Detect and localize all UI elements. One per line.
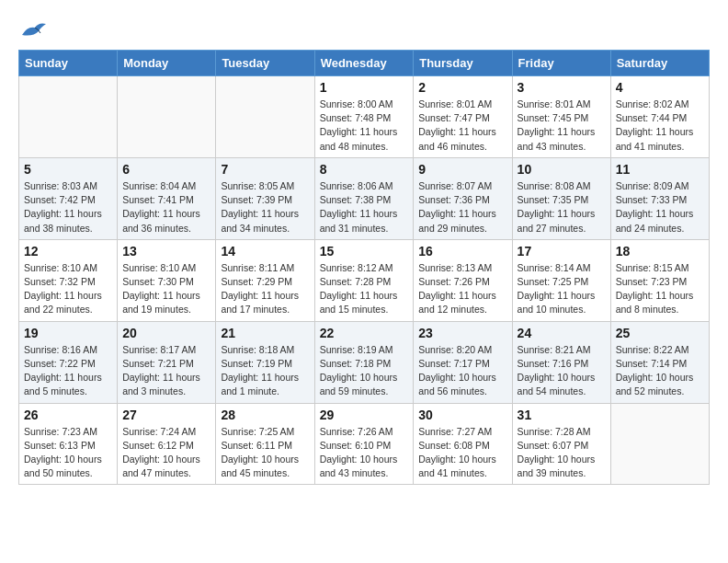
day-number: 21	[221, 326, 309, 340]
calendar-cell: 9Sunrise: 8:07 AM Sunset: 7:36 PM Daylig…	[414, 157, 512, 239]
day-info: Sunrise: 8:09 AM Sunset: 7:33 PM Dayligh…	[616, 179, 704, 236]
day-number: 5	[24, 162, 112, 177]
day-info: Sunrise: 8:03 AM Sunset: 7:42 PM Dayligh…	[24, 179, 112, 236]
calendar-cell: 15Sunrise: 8:12 AM Sunset: 7:28 PM Dayli…	[314, 239, 414, 321]
day-number: 17	[518, 244, 606, 259]
calendar-cell: 18Sunrise: 8:15 AM Sunset: 7:23 PM Dayli…	[610, 239, 709, 321]
day-info: Sunrise: 8:22 AM Sunset: 7:14 PM Dayligh…	[616, 343, 704, 399]
calendar-cell: 13Sunrise: 8:10 AM Sunset: 7:30 PM Dayli…	[118, 239, 216, 321]
logo-bird-icon	[20, 18, 48, 40]
day-info: Sunrise: 7:25 AM Sunset: 6:11 PM Dayligh…	[221, 425, 309, 481]
calendar-cell	[118, 76, 216, 158]
weekday-header-tuesday: Tuesday	[216, 51, 314, 76]
weekday-header-thursday: Thursday	[414, 51, 512, 76]
day-info: Sunrise: 8:18 AM Sunset: 7:19 PM Dayligh…	[221, 343, 309, 399]
calendar-cell: 20Sunrise: 8:17 AM Sunset: 7:21 PM Dayli…	[118, 321, 216, 403]
day-number: 6	[122, 162, 210, 177]
day-number: 25	[616, 326, 704, 340]
day-info: Sunrise: 8:20 AM Sunset: 7:17 PM Dayligh…	[418, 343, 506, 399]
day-info: Sunrise: 8:15 AM Sunset: 7:23 PM Dayligh…	[616, 261, 704, 317]
calendar-cell: 10Sunrise: 8:08 AM Sunset: 7:35 PM Dayli…	[512, 157, 610, 239]
day-info: Sunrise: 8:21 AM Sunset: 7:16 PM Dayligh…	[518, 343, 606, 399]
calendar-cell	[19, 76, 118, 158]
weekday-header-sunday: Sunday	[19, 51, 118, 76]
calendar-cell: 31Sunrise: 7:28 AM Sunset: 6:07 PM Dayli…	[512, 403, 610, 485]
calendar-cell: 25Sunrise: 8:22 AM Sunset: 7:14 PM Dayli…	[610, 321, 709, 403]
weekday-header-wednesday: Wednesday	[314, 51, 414, 76]
day-info: Sunrise: 8:01 AM Sunset: 7:45 PM Dayligh…	[518, 98, 606, 154]
calendar-cell	[610, 403, 709, 485]
calendar-week-row: 26Sunrise: 7:23 AM Sunset: 6:13 PM Dayli…	[19, 403, 710, 485]
day-info: Sunrise: 8:16 AM Sunset: 7:22 PM Dayligh…	[24, 343, 112, 399]
day-number: 29	[320, 408, 409, 422]
calendar-week-row: 1Sunrise: 8:00 AM Sunset: 7:48 PM Daylig…	[19, 76, 710, 158]
day-info: Sunrise: 7:24 AM Sunset: 6:12 PM Dayligh…	[122, 425, 210, 481]
calendar-cell: 22Sunrise: 8:19 AM Sunset: 7:18 PM Dayli…	[314, 321, 414, 403]
day-info: Sunrise: 8:01 AM Sunset: 7:47 PM Dayligh…	[418, 98, 506, 154]
day-number: 4	[616, 80, 704, 95]
weekday-header-monday: Monday	[118, 51, 216, 76]
calendar-cell: 11Sunrise: 8:09 AM Sunset: 7:33 PM Dayli…	[610, 157, 709, 239]
day-number: 31	[518, 408, 606, 422]
day-number: 22	[320, 326, 409, 340]
calendar-cell: 8Sunrise: 8:06 AM Sunset: 7:38 PM Daylig…	[314, 157, 414, 239]
calendar-cell: 3Sunrise: 8:01 AM Sunset: 7:45 PM Daylig…	[512, 76, 610, 158]
day-number: 1	[320, 80, 409, 95]
day-info: Sunrise: 8:07 AM Sunset: 7:36 PM Dayligh…	[418, 179, 506, 236]
calendar-cell: 14Sunrise: 8:11 AM Sunset: 7:29 PM Dayli…	[216, 239, 314, 321]
day-info: Sunrise: 8:17 AM Sunset: 7:21 PM Dayligh…	[122, 343, 210, 399]
calendar-cell: 21Sunrise: 8:18 AM Sunset: 7:19 PM Dayli…	[216, 321, 314, 403]
day-info: Sunrise: 8:05 AM Sunset: 7:39 PM Dayligh…	[221, 179, 309, 236]
calendar-cell: 17Sunrise: 8:14 AM Sunset: 7:25 PM Dayli…	[512, 239, 610, 321]
day-info: Sunrise: 7:26 AM Sunset: 6:10 PM Dayligh…	[320, 425, 409, 481]
day-info: Sunrise: 7:28 AM Sunset: 6:07 PM Dayligh…	[518, 425, 606, 481]
day-number: 20	[122, 326, 210, 340]
calendar-cell: 27Sunrise: 7:24 AM Sunset: 6:12 PM Dayli…	[118, 403, 216, 485]
day-number: 27	[122, 408, 210, 422]
day-info: Sunrise: 8:11 AM Sunset: 7:29 PM Dayligh…	[221, 261, 309, 317]
calendar-header-row: SundayMondayTuesdayWednesdayThursdayFrid…	[19, 51, 710, 76]
calendar-cell: 28Sunrise: 7:25 AM Sunset: 6:11 PM Dayli…	[216, 403, 314, 485]
calendar-cell: 24Sunrise: 8:21 AM Sunset: 7:16 PM Dayli…	[512, 321, 610, 403]
day-number: 11	[616, 162, 704, 177]
calendar-cell: 29Sunrise: 7:26 AM Sunset: 6:10 PM Dayli…	[314, 403, 414, 485]
day-info: Sunrise: 8:00 AM Sunset: 7:48 PM Dayligh…	[320, 98, 409, 154]
day-number: 26	[24, 408, 112, 422]
calendar-cell: 1Sunrise: 8:00 AM Sunset: 7:48 PM Daylig…	[314, 76, 414, 158]
weekday-header-saturday: Saturday	[610, 51, 709, 76]
day-number: 14	[221, 244, 309, 259]
day-number: 24	[518, 326, 606, 340]
calendar-week-row: 5Sunrise: 8:03 AM Sunset: 7:42 PM Daylig…	[19, 157, 710, 239]
day-number: 15	[320, 244, 409, 259]
calendar-table: SundayMondayTuesdayWednesdayThursdayFrid…	[18, 50, 710, 485]
day-number: 7	[221, 162, 309, 177]
calendar-cell: 2Sunrise: 8:01 AM Sunset: 7:47 PM Daylig…	[414, 76, 512, 158]
day-info: Sunrise: 8:14 AM Sunset: 7:25 PM Dayligh…	[518, 261, 606, 317]
calendar-cell: 16Sunrise: 8:13 AM Sunset: 7:26 PM Dayli…	[414, 239, 512, 321]
calendar-cell: 7Sunrise: 8:05 AM Sunset: 7:39 PM Daylig…	[216, 157, 314, 239]
calendar-cell: 23Sunrise: 8:20 AM Sunset: 7:17 PM Dayli…	[414, 321, 512, 403]
day-info: Sunrise: 7:23 AM Sunset: 6:13 PM Dayligh…	[24, 425, 112, 481]
calendar-cell: 26Sunrise: 7:23 AM Sunset: 6:13 PM Dayli…	[19, 403, 118, 485]
calendar-week-row: 12Sunrise: 8:10 AM Sunset: 7:32 PM Dayli…	[19, 239, 710, 321]
calendar-cell: 4Sunrise: 8:02 AM Sunset: 7:44 PM Daylig…	[610, 76, 709, 158]
calendar-cell: 12Sunrise: 8:10 AM Sunset: 7:32 PM Dayli…	[19, 239, 118, 321]
calendar-cell	[216, 76, 314, 158]
logo	[18, 18, 48, 40]
day-number: 9	[418, 162, 506, 177]
page-header	[18, 18, 710, 44]
day-info: Sunrise: 8:13 AM Sunset: 7:26 PM Dayligh…	[418, 261, 506, 317]
day-number: 19	[24, 326, 112, 340]
day-number: 12	[24, 244, 112, 259]
calendar-cell: 6Sunrise: 8:04 AM Sunset: 7:41 PM Daylig…	[118, 157, 216, 239]
day-info: Sunrise: 8:12 AM Sunset: 7:28 PM Dayligh…	[320, 261, 409, 317]
day-number: 3	[518, 80, 606, 95]
day-info: Sunrise: 8:10 AM Sunset: 7:30 PM Dayligh…	[122, 261, 210, 317]
day-number: 23	[418, 326, 506, 340]
calendar-cell: 19Sunrise: 8:16 AM Sunset: 7:22 PM Dayli…	[19, 321, 118, 403]
day-info: Sunrise: 8:02 AM Sunset: 7:44 PM Dayligh…	[616, 98, 704, 154]
day-info: Sunrise: 8:04 AM Sunset: 7:41 PM Dayligh…	[122, 179, 210, 236]
day-info: Sunrise: 7:27 AM Sunset: 6:08 PM Dayligh…	[418, 425, 506, 481]
day-info: Sunrise: 8:19 AM Sunset: 7:18 PM Dayligh…	[320, 343, 409, 399]
day-number: 18	[616, 244, 704, 259]
